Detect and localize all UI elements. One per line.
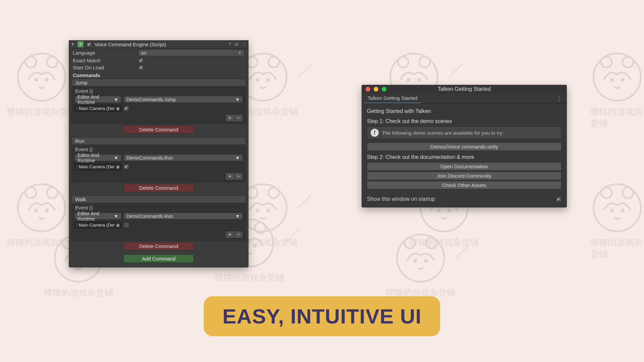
event-box: Event ()Editor And Runtime▼DemoCommands.… <box>71 87 246 124</box>
call-state-dropdown[interactable]: Editor And Runtime▼ <box>74 213 121 220</box>
object-picker-icon[interactable]: ◉ <box>116 106 120 111</box>
target-object-field[interactable]: Main Camera (Der◉ <box>74 222 121 229</box>
svg-point-21 <box>25 187 36 198</box>
tab-bar: Talken Getting Started ⋮ <box>362 94 567 104</box>
svg-point-14 <box>418 78 421 81</box>
add-command-button[interactable]: Add Command <box>123 254 194 263</box>
svg-point-49 <box>253 244 257 247</box>
object-picker-icon[interactable]: ◉ <box>116 223 120 228</box>
script-icon: # <box>77 41 84 47</box>
svg-point-12 <box>419 57 430 67</box>
svg-point-9 <box>267 78 270 81</box>
join-discord-button[interactable]: Join Discord Community <box>367 172 561 180</box>
command-block: WalkEvent ()Editor And Runtime▼DemoComma… <box>71 195 246 250</box>
command-block: JumpEvent ()Editor And Runtime▼DemoComma… <box>71 79 246 134</box>
getting-started-window: Talken Getting Started Talken Getting St… <box>362 85 567 207</box>
info-text: The following demo scenes are available … <box>382 130 504 136</box>
tab-getting-started[interactable]: Talken Getting Started <box>364 94 421 103</box>
call-state-dropdown[interactable]: Editor And Runtime▼ <box>74 154 121 161</box>
check-other-assets-button[interactable]: Check Other Assets <box>367 181 561 189</box>
help-icon[interactable]: ? <box>228 42 231 47</box>
exact-match-checkbox[interactable]: ✔ <box>138 58 144 63</box>
svg-point-24 <box>45 209 49 212</box>
preset-icon[interactable]: ⇄ <box>234 42 238 47</box>
component-enable-checkbox[interactable]: ✔ <box>86 42 92 47</box>
command-name-field[interactable]: Jump <box>71 79 246 86</box>
kebab-icon[interactable]: ⋮ <box>242 42 247 47</box>
show-on-startup-label: Show this window on startup <box>367 196 435 202</box>
svg-point-53 <box>414 259 417 262</box>
function-dropdown[interactable]: DemoCommands.Run▼ <box>123 154 243 161</box>
svg-point-54 <box>424 259 428 262</box>
minimize-icon[interactable] <box>374 87 378 92</box>
language-dropdown[interactable]: en ▼ <box>138 49 245 56</box>
call-state-dropdown[interactable]: Editor And Runtime▼ <box>74 96 121 103</box>
function-dropdown[interactable]: DemoCommands.Jump▼ <box>123 96 243 103</box>
delete-command-button[interactable]: Delete Command <box>123 125 194 134</box>
start-on-load-row: Start On Load ✔ <box>69 64 249 71</box>
svg-point-23 <box>35 209 38 212</box>
add-listener-button[interactable]: + <box>225 173 234 180</box>
command-name-field[interactable]: Walk <box>71 195 246 203</box>
maximize-icon[interactable] <box>382 87 386 92</box>
svg-point-38 <box>610 209 613 212</box>
function-dropdown[interactable]: DemoCommands.Run▼ <box>123 213 243 220</box>
gameobject-icon <box>77 223 77 227</box>
close-icon[interactable] <box>366 87 370 92</box>
object-picker-icon[interactable]: ◉ <box>116 164 120 169</box>
command-name-field[interactable]: Run <box>71 137 246 145</box>
svg-point-13 <box>407 78 410 81</box>
demo-scene-button[interactable]: Demos/Voice commands.unity <box>367 142 561 151</box>
remove-listener-button[interactable]: − <box>234 114 243 122</box>
window-titlebar[interactable]: Talken Getting Started <box>362 85 567 94</box>
target-object-field[interactable]: Main Camera (Der◉ <box>74 163 121 170</box>
show-on-startup-checkbox[interactable]: ✔ <box>556 196 561 202</box>
svg-point-11 <box>398 57 409 67</box>
svg-point-15 <box>594 54 641 101</box>
svg-point-33 <box>437 209 440 212</box>
svg-point-2 <box>47 57 58 67</box>
target-object-field[interactable]: Main Camera (Der◉ <box>74 105 121 112</box>
add-listener-button[interactable]: + <box>225 231 234 238</box>
gameobject-icon <box>77 107 77 111</box>
gameobject-icon <box>77 165 77 169</box>
exact-match-row: Exact Match ✔ <box>69 57 249 64</box>
delete-command-button[interactable]: Delete Command <box>123 242 194 250</box>
commands-section-label: Commands <box>69 71 249 79</box>
svg-point-19 <box>621 78 624 81</box>
svg-point-47 <box>255 223 266 233</box>
svg-point-28 <box>256 209 259 212</box>
language-label: Language <box>73 50 138 56</box>
start-on-load-checkbox[interactable]: ✔ <box>138 65 144 70</box>
window-title: Talken Getting Started <box>362 86 567 92</box>
event-box: Event ()Editor And Runtime▼DemoCommands.… <box>71 145 246 182</box>
arg-checkbox[interactable] <box>123 222 129 228</box>
inspector-panel: ▼ # ✔ Voice Command Engine (Script) ? ⇄ … <box>69 40 249 267</box>
svg-point-52 <box>426 238 437 248</box>
svg-point-51 <box>405 238 415 248</box>
svg-point-8 <box>256 78 259 81</box>
svg-point-27 <box>268 187 279 198</box>
svg-point-34 <box>448 209 451 212</box>
svg-point-20 <box>18 184 65 232</box>
remove-listener-button[interactable]: − <box>234 173 243 180</box>
svg-point-39 <box>621 209 624 212</box>
start-on-load-label: Start On Load <box>73 65 138 70</box>
svg-point-16 <box>601 57 612 67</box>
show-on-startup-row: Show this window on startup ✔ <box>367 196 561 202</box>
open-documentation-button[interactable]: Open Documentation <box>367 162 561 171</box>
foldout-icon[interactable]: ▼ <box>71 42 75 47</box>
svg-point-4 <box>45 78 49 81</box>
svg-point-1 <box>25 57 36 67</box>
event-box: Event ()Editor And Runtime▼DemoCommands.… <box>71 203 246 241</box>
delete-command-button[interactable]: Delete Command <box>123 184 194 192</box>
inspector-header[interactable]: ▼ # ✔ Voice Command Engine (Script) ? ⇄ … <box>69 40 249 49</box>
svg-point-3 <box>35 78 38 81</box>
chevron-down-icon: ▼ <box>238 51 241 55</box>
kebab-icon[interactable]: ⋮ <box>553 95 565 102</box>
add-listener-button[interactable]: + <box>225 114 234 122</box>
remove-listener-button[interactable]: − <box>234 231 243 238</box>
svg-point-36 <box>601 187 612 198</box>
arg-checkbox[interactable]: ✔ <box>123 106 129 111</box>
arg-checkbox[interactable]: ✔ <box>123 164 129 170</box>
